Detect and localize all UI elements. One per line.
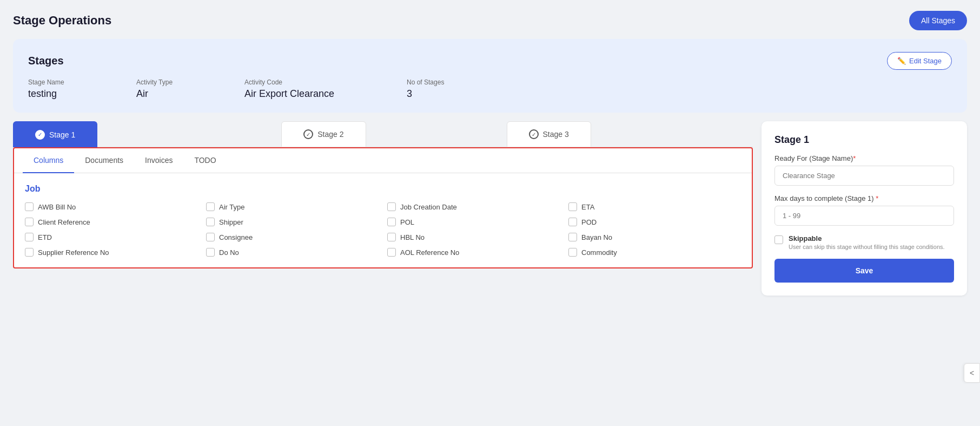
checkbox-box[interactable] (387, 218, 396, 226)
checkbox-label: Job Creation Date (400, 203, 457, 211)
checkbox-box[interactable] (206, 202, 215, 211)
checkbox-item[interactable]: HBL No (387, 233, 560, 241)
stage-tab-3[interactable]: ✓ Stage 3 (507, 121, 591, 147)
columns-content: Job AWB Bill NoAir TypeJob Creation Date… (14, 173, 752, 267)
checkbox-item[interactable]: AWB Bill No (25, 202, 197, 211)
checkbox-label: Client Reference (38, 218, 90, 226)
stage-tab-2[interactable]: ✓ Stage 2 (281, 121, 366, 147)
checkbox-item[interactable]: Air Type (206, 202, 379, 211)
right-panel-title: Stage 1 (774, 134, 954, 146)
stages-card-header: Stages ✏️ Edit Stage (28, 52, 952, 70)
job-section-label: Job (25, 184, 741, 194)
activity-code-value: Air Export Clearance (244, 88, 407, 100)
checkbox-label: Supplier Reference No (38, 248, 109, 257)
stage-name-meta: Stage Name testing (28, 78, 136, 100)
no-of-stages-label: No of Stages (407, 78, 488, 86)
page-title: Stage Operations (13, 14, 111, 28)
stage-tab-3-label: Stage 3 (543, 130, 569, 139)
checkbox-item[interactable]: Do No (206, 248, 379, 257)
max-days-input[interactable] (774, 206, 954, 226)
max-days-group: Max days to complete (Stage 1) * (774, 194, 954, 226)
checkbox-label: Consignee (219, 233, 253, 241)
checkbox-label: AWB Bill No (38, 203, 76, 211)
max-days-label: Max days to complete (Stage 1) * (774, 194, 954, 202)
tab-todo[interactable]: TODO (183, 148, 227, 173)
checkbox-box[interactable] (206, 248, 215, 257)
checkbox-box[interactable] (25, 218, 34, 226)
checkbox-box[interactable] (387, 233, 396, 241)
required-star-1: * (853, 154, 856, 162)
checkbox-label: HBL No (400, 233, 425, 241)
stage-tab-1-label: Stage 1 (49, 130, 75, 139)
ready-for-label: Ready For (Stage Name)* (774, 154, 954, 162)
checkbox-label: Do No (219, 248, 239, 257)
check-icon-2: ✓ (303, 129, 313, 139)
checkbox-item[interactable]: Supplier Reference No (25, 248, 197, 257)
checkbox-label: Shipper (219, 218, 243, 226)
checkbox-item[interactable]: ETA (568, 202, 741, 211)
tab-documents[interactable]: Documents (74, 148, 134, 173)
no-of-stages-value: 3 (407, 88, 488, 100)
checkbox-item[interactable]: Client Reference (25, 218, 197, 226)
stage-name-label: Stage Name (28, 78, 136, 86)
skippable-desc: User can skip this stage without filling… (789, 244, 945, 250)
checkbox-item[interactable]: Bayan No (568, 233, 741, 241)
checkbox-box[interactable] (25, 233, 34, 241)
checkbox-box[interactable] (206, 233, 215, 241)
activity-type-label: Activity Type (136, 78, 244, 86)
left-panel: ✓ Stage 1 ✓ Stage 2 ✓ Stage 3 Columns (13, 121, 753, 296)
checkbox-box[interactable] (206, 218, 215, 226)
chevron-left-icon: < (970, 369, 974, 377)
checkbox-label: Air Type (219, 203, 244, 211)
checkbox-box[interactable] (25, 248, 34, 257)
checkbox-item[interactable]: AOL Reference No (387, 248, 560, 257)
checkbox-box[interactable] (387, 248, 396, 257)
all-stages-button[interactable]: All Stages (909, 11, 967, 30)
checkbox-item[interactable]: POD (568, 218, 741, 226)
check-icon-3: ✓ (529, 129, 539, 139)
stages-meta: Stage Name testing Activity Type Air Act… (28, 78, 952, 100)
skippable-row: Skippable User can skip this stage witho… (774, 234, 954, 250)
stages-tabs-row: ✓ Stage 1 ✓ Stage 2 ✓ Stage 3 (13, 121, 753, 147)
checkbox-item[interactable]: POL (387, 218, 560, 226)
checkbox-label: Bayan No (581, 233, 612, 241)
activity-code-meta: Activity Code Air Export Clearance (244, 78, 407, 100)
checkbox-item[interactable]: ETD (25, 233, 197, 241)
page-header: Stage Operations All Stages (13, 11, 967, 30)
content-tabs: Columns Documents Invoices TODO (14, 148, 752, 173)
ready-for-input[interactable] (774, 166, 954, 186)
checkbox-label: Commodity (581, 248, 617, 257)
skippable-checkbox[interactable] (774, 235, 783, 244)
activity-type-value: Air (136, 88, 244, 100)
checkbox-box[interactable] (568, 202, 577, 211)
tab-invoices[interactable]: Invoices (134, 148, 183, 173)
checkbox-label: AOL Reference No (400, 248, 459, 257)
stages-card: Stages ✏️ Edit Stage Stage Name testing … (13, 39, 967, 113)
stage-tab-2-label: Stage 2 (317, 130, 343, 139)
checkbox-item[interactable]: Shipper (206, 218, 379, 226)
checkbox-box[interactable] (568, 218, 577, 226)
checkbox-box[interactable] (568, 248, 577, 257)
checkbox-box[interactable] (387, 202, 396, 211)
edit-stage-button[interactable]: ✏️ Edit Stage (887, 52, 952, 70)
stage-tab-1[interactable]: ✓ Stage 1 (13, 121, 97, 147)
save-button[interactable]: Save (774, 259, 954, 283)
skippable-text: Skippable User can skip this stage witho… (789, 234, 945, 250)
checkbox-item[interactable]: Commodity (568, 248, 741, 257)
check-icon-1: ✓ (35, 130, 45, 140)
checkbox-label: POD (581, 218, 597, 226)
tab-columns[interactable]: Columns (23, 148, 74, 173)
checkbox-item[interactable]: Consignee (206, 233, 379, 241)
main-content: ✓ Stage 1 ✓ Stage 2 ✓ Stage 3 Columns (13, 121, 967, 296)
checkbox-item[interactable]: Job Creation Date (387, 202, 560, 211)
ready-for-group: Ready For (Stage Name)* (774, 154, 954, 186)
checkbox-label: ETA (581, 203, 594, 211)
pencil-icon: ✏️ (897, 57, 906, 65)
collapse-button[interactable]: < (964, 363, 980, 383)
checkbox-box[interactable] (25, 202, 34, 211)
columns-checkbox-grid: AWB Bill NoAir TypeJob Creation DateETAC… (25, 202, 741, 257)
checkbox-box[interactable] (568, 233, 577, 241)
stage-name-value: testing (28, 88, 136, 100)
required-star-2: * (874, 194, 879, 202)
no-of-stages-meta: No of Stages 3 (407, 78, 488, 100)
